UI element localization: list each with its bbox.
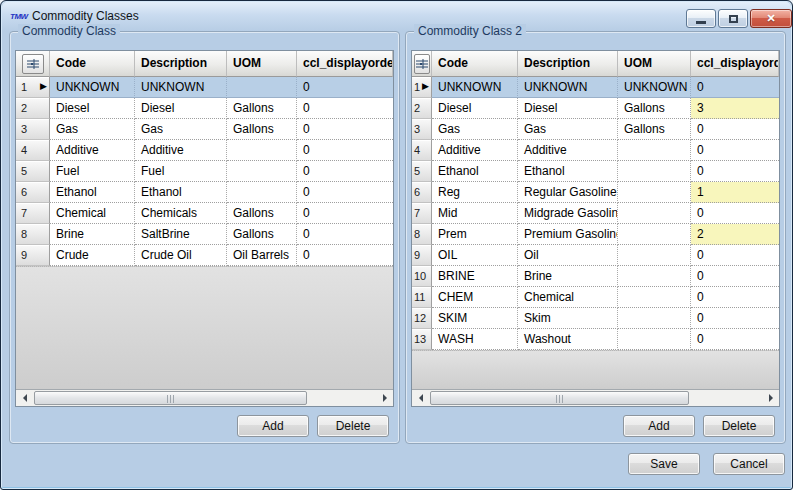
cell-code[interactable]: Gas [432, 119, 518, 140]
table-row[interactable]: 10 ▶ BRINE Brine 0 [412, 266, 779, 287]
table-row[interactable]: 12 ▶ SKIM Skim 0 [412, 308, 779, 329]
cell-displayorder[interactable]: 2 [691, 224, 779, 245]
cell-uom[interactable]: UNKNOWN [618, 77, 691, 98]
cell-uom[interactable] [618, 308, 691, 329]
cell-code[interactable]: Ethanol [432, 161, 518, 182]
cell-uom[interactable]: Gallons [227, 98, 297, 119]
table-row[interactable]: 9 ▶ OIL Oil 0 [412, 245, 779, 266]
row-selector[interactable]: 5 ▶ [16, 161, 50, 182]
row-selector[interactable]: 13 ▶ [412, 329, 432, 350]
cell-uom[interactable] [618, 140, 691, 161]
cell-uom[interactable] [618, 224, 691, 245]
column-header-uom[interactable]: UOM [227, 51, 297, 77]
table-row[interactable]: 7 ▶ Mid Midgrade Gasoline 0 [412, 203, 779, 224]
cell-uom[interactable] [618, 182, 691, 203]
cell-code[interactable]: Gas [50, 119, 135, 140]
column-header-code[interactable]: Code [50, 51, 135, 77]
row-selector[interactable]: 11 ▶ [412, 287, 432, 308]
row-selector[interactable]: 12 ▶ [412, 308, 432, 329]
minimize-button[interactable] [686, 9, 716, 28]
cell-uom[interactable] [618, 329, 691, 350]
cell-description[interactable]: Additive [518, 140, 618, 161]
table-row[interactable]: 8 ▶ Prem Premium Gasoline 2 [412, 224, 779, 245]
cell-code[interactable]: Crude [50, 245, 135, 266]
row-selector[interactable]: 9 ▶ [412, 245, 432, 266]
cell-description[interactable]: Diesel [518, 98, 618, 119]
column-header-displayorder[interactable]: ccl_displayorder [297, 51, 393, 77]
cell-description[interactable]: Diesel [135, 98, 227, 119]
cell-description[interactable]: Fuel [135, 161, 227, 182]
cell-displayorder[interactable]: 0 [297, 98, 393, 119]
cell-code[interactable]: WASH [432, 329, 518, 350]
row-selector[interactable]: 10 ▶ [412, 266, 432, 287]
cell-uom[interactable]: Gallons [618, 98, 691, 119]
row-selector[interactable]: 8 ▶ [16, 224, 50, 245]
cell-code[interactable]: Fuel [50, 161, 135, 182]
cell-displayorder[interactable]: 0 [297, 245, 393, 266]
row-selector[interactable]: 4 ▶ [16, 140, 50, 161]
cell-code[interactable]: SKIM [432, 308, 518, 329]
commodity-class-2-grid[interactable]: Code Description UOM ccl_displayorder 1 … [411, 50, 780, 407]
row-selector[interactable]: 2 ▶ [412, 98, 432, 119]
table-row[interactable]: 1 ▶ UNKNOWN UNKNOWN UNKNOWN 0 [412, 77, 779, 98]
cell-uom[interactable] [227, 161, 297, 182]
cell-displayorder[interactable]: 0 [297, 203, 393, 224]
cell-description[interactable]: UNKNOWN [518, 77, 618, 98]
cell-description[interactable]: Chemical [518, 287, 618, 308]
cell-description[interactable]: Gas [135, 119, 227, 140]
row-selector-settings-button[interactable] [414, 54, 430, 74]
horizontal-scrollbar[interactable] [412, 389, 779, 406]
cell-description[interactable]: Midgrade Gasoline [518, 203, 618, 224]
horizontal-scrollbar[interactable] [16, 389, 393, 406]
cell-description[interactable]: Premium Gasoline [518, 224, 618, 245]
column-header-uom[interactable]: UOM [618, 51, 691, 77]
close-button[interactable]: ✕ [750, 9, 792, 28]
cell-uom[interactable]: Oil Barrels [227, 245, 297, 266]
table-row[interactable]: 9 ▶ Crude Crude Oil Oil Barrels 0 [16, 245, 393, 266]
cell-code[interactable]: Diesel [50, 98, 135, 119]
table-row[interactable]: 11 ▶ CHEM Chemical 0 [412, 287, 779, 308]
cell-code[interactable]: Reg [432, 182, 518, 203]
cell-code[interactable]: UNKNOWN [50, 77, 135, 98]
cell-displayorder[interactable]: 0 [691, 203, 779, 224]
cell-description[interactable]: Ethanol [518, 161, 618, 182]
row-selector[interactable]: 8 ▶ [412, 224, 432, 245]
cell-code[interactable]: Chemical [50, 203, 135, 224]
table-row[interactable]: 5 ▶ Ethanol Ethanol 0 [412, 161, 779, 182]
cell-displayorder[interactable]: 0 [297, 224, 393, 245]
table-row[interactable]: 6 ▶ Reg Regular Gasoline 1 [412, 182, 779, 203]
cell-displayorder[interactable]: 0 [691, 287, 779, 308]
cell-description[interactable]: UNKNOWN [135, 77, 227, 98]
table-row[interactable]: 2 ▶ Diesel Diesel Gallons 3 [412, 98, 779, 119]
cell-displayorder[interactable]: 0 [691, 161, 779, 182]
cell-uom[interactable]: Gallons [227, 224, 297, 245]
table-row[interactable]: 1 ▶ UNKNOWN UNKNOWN 0 [16, 77, 393, 98]
column-header-code[interactable]: Code [432, 51, 518, 77]
row-selector[interactable]: 4 ▶ [412, 140, 432, 161]
table-row[interactable]: 2 ▶ Diesel Diesel Gallons 0 [16, 98, 393, 119]
cell-description[interactable]: Gas [518, 119, 618, 140]
save-button[interactable]: Save [628, 453, 700, 475]
add-button[interactable]: Add [237, 415, 309, 437]
cell-displayorder[interactable]: 0 [297, 182, 393, 203]
column-header-description[interactable]: Description [518, 51, 618, 77]
cell-displayorder[interactable]: 0 [691, 140, 779, 161]
cell-code[interactable]: CHEM [432, 287, 518, 308]
cell-description[interactable]: Crude Oil [135, 245, 227, 266]
table-row[interactable]: 13 ▶ WASH Washout 0 [412, 329, 779, 350]
row-selector[interactable]: 1 ▶ [412, 77, 432, 98]
cell-uom[interactable]: Gallons [618, 119, 691, 140]
row-selector[interactable]: 2 ▶ [16, 98, 50, 119]
row-selector[interactable]: 3 ▶ [412, 119, 432, 140]
cell-displayorder[interactable]: 0 [691, 119, 779, 140]
cell-uom[interactable] [618, 203, 691, 224]
cell-code[interactable]: Prem [432, 224, 518, 245]
scroll-right-button[interactable] [762, 390, 779, 406]
cell-uom[interactable]: Gallons [227, 119, 297, 140]
cell-description[interactable]: Brine [518, 266, 618, 287]
cell-code[interactable]: OIL [432, 245, 518, 266]
cell-uom[interactable] [227, 77, 297, 98]
cell-displayorder[interactable]: 0 [691, 266, 779, 287]
cell-displayorder[interactable]: 0 [297, 119, 393, 140]
cancel-button[interactable]: Cancel [713, 453, 785, 475]
